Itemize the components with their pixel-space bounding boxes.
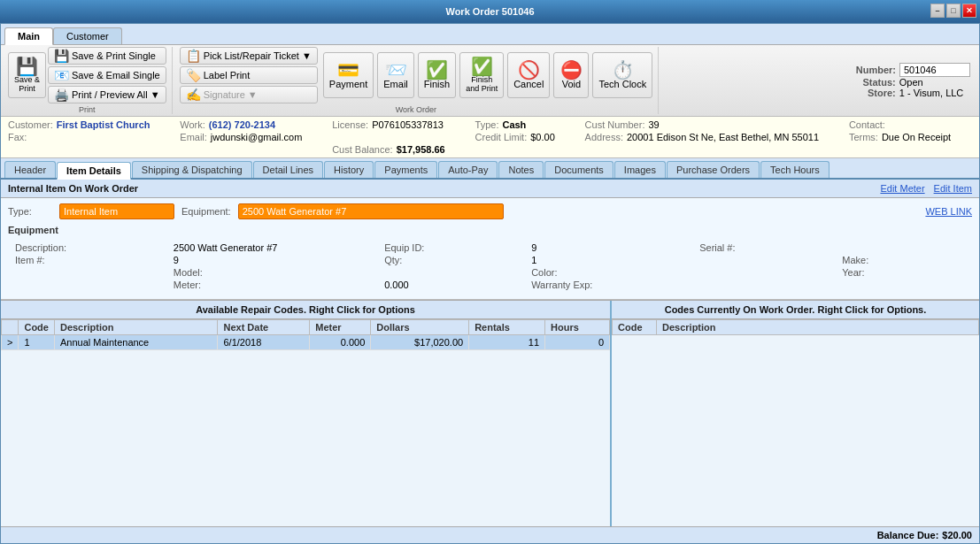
tab-auto-pay[interactable]: Auto-Pay (438, 161, 498, 178)
repair-area: Available Repair Codes. Right Click for … (1, 300, 979, 526)
model-value (384, 267, 521, 278)
customer-field: Customer: First Baptist Church (8, 119, 171, 130)
type-label: Type: (8, 206, 52, 217)
make-value (15, 267, 163, 278)
work-label: Work: (180, 119, 205, 130)
tab-history[interactable]: History (324, 161, 374, 178)
cust-number-field: Cust Number: 39 (585, 119, 840, 130)
tab-tech-hours[interactable]: Tech Hours (760, 161, 830, 178)
meter-cell: 0.000 (310, 335, 371, 350)
rentals-cell: 11 (469, 335, 545, 350)
email-value: jwdunski@gmail.com (211, 132, 302, 142)
tab-shipping[interactable]: Shipping & Dispatching (132, 161, 252, 178)
store-value: 1 - Visum, LLC (899, 88, 964, 98)
print-preview-button[interactable]: 🖨️ Print / Preview All ▼ (48, 86, 166, 103)
toolbar-group-workorder: 📋 Pick List/Repair Ticket ▼ 🏷️ Label Pri… (174, 47, 660, 114)
col-code-right: Code (613, 320, 657, 335)
col-description-right: Description (657, 320, 979, 335)
col-hours: Hours (545, 320, 610, 335)
tab-images[interactable]: Images (614, 161, 666, 178)
model-label: Model: (174, 267, 374, 278)
tab-payments[interactable]: Payments (374, 161, 437, 178)
signature-button[interactable]: ✍️ Signature ▼ (180, 86, 318, 103)
tab-documents[interactable]: Documents (544, 161, 613, 178)
make-label: Make: (842, 255, 965, 265)
cust-balance-value: $17,958.66 (397, 144, 445, 155)
tab-customer[interactable]: Customer (53, 27, 122, 44)
cancel-button[interactable]: 🚫 Cancel (507, 52, 550, 98)
section-header: Internal Item On Work Order Edit Meter E… (1, 180, 979, 198)
workorder-group-label: Work Order (396, 105, 436, 114)
code-cell: 1 (19, 335, 55, 350)
tab-header[interactable]: Header (4, 161, 56, 178)
pick-list-icon: 📋 (186, 49, 201, 63)
save-print-button[interactable]: 💾 Save &Print (8, 52, 46, 98)
repair-right-table: Code Description (612, 319, 979, 526)
qty-label: Qty: (384, 255, 521, 265)
equipid-label: Equip ID: (384, 242, 521, 253)
email-icon: 📨 (385, 61, 407, 79)
email-button[interactable]: 📨 Email (377, 52, 414, 98)
save-print-icon: 💾 (16, 57, 38, 75)
col-rentals: Rentals (469, 320, 545, 335)
main-window: Main Customer 💾 Save &Print 💾 Save & Pri… (0, 23, 980, 544)
pick-list-button[interactable]: 📋 Pick List/Repair Ticket ▼ (180, 47, 318, 65)
maximize-button[interactable]: □ (946, 4, 961, 18)
dollars-cell: $17,020.00 (371, 335, 469, 350)
type-select[interactable]: Internal Item (59, 203, 174, 219)
terms-label: Terms: (849, 132, 878, 142)
save-print-single-button[interactable]: 💾 Save & Print Single (48, 47, 166, 65)
edit-item-link[interactable]: Edit Item (934, 183, 972, 194)
finish-print-button[interactable]: ✅ Finishand Print (459, 52, 504, 98)
web-link[interactable]: WEB LINK (925, 206, 972, 217)
void-button[interactable]: ⛔ Void (553, 52, 589, 98)
status-label: Status: (856, 77, 896, 88)
print-preview-icon: 🖨️ (54, 88, 69, 102)
year-value (15, 280, 163, 290)
address-field: Address: 20001 Edison St Ne, East Bethel… (585, 132, 840, 142)
item-form: Type: Internal Item Equipment: 2500 Watt… (1, 198, 979, 300)
close-button[interactable]: ✕ (962, 4, 976, 18)
equipment-label: Equipment: (181, 206, 231, 217)
color-label: Color: (531, 267, 689, 278)
col-dollars: Dollars (371, 320, 469, 335)
save-email-single-icon: 📧 (54, 68, 69, 82)
equipment-select[interactable]: 2500 Watt Generator #7 (238, 203, 504, 219)
number-row: Number: 501046 (856, 63, 970, 77)
nextdate-cell: 6/1/2018 (218, 335, 310, 350)
item-value: 9 (174, 255, 374, 265)
cust-number-value: 39 (648, 119, 659, 130)
main-tab-bar: Main Customer (1, 24, 979, 45)
col-description: Description (54, 320, 218, 335)
tab-purchase-orders[interactable]: Purchase Orders (667, 161, 760, 178)
tech-clock-button[interactable]: ⏱️ Tech Clock (592, 52, 652, 98)
save-email-single-button[interactable]: 📧 Save & Email Single (48, 66, 166, 84)
customer-value: First Baptist Church (57, 119, 150, 130)
tab-item-details[interactable]: Item Details (57, 162, 131, 180)
serial-label: Serial #: (699, 242, 831, 253)
email-field: Email: jwdunski@gmail.com (180, 132, 323, 142)
payment-button[interactable]: 💳 Payment (323, 52, 374, 98)
equipid-value: 9 (531, 242, 689, 253)
tab-notes[interactable]: Notes (498, 161, 544, 178)
minimize-button[interactable]: – (930, 4, 945, 18)
edit-meter-link[interactable]: Edit Meter (880, 183, 924, 194)
fax-label: Fax: (8, 132, 27, 142)
col-meter: Meter (310, 320, 371, 335)
serial-value (842, 242, 965, 253)
tab-main[interactable]: Main (4, 27, 53, 45)
col-marker (2, 320, 19, 335)
cust-number-label: Cust Number: (585, 119, 645, 130)
equipment-section-label: Equipment (8, 223, 972, 239)
tab-detail-lines[interactable]: Detail Lines (253, 161, 323, 178)
label-print-button[interactable]: 🏷️ Label Print (180, 66, 318, 84)
repair-left-panel: Available Repair Codes. Right Click for … (1, 301, 612, 526)
finish-icon: ✅ (426, 61, 448, 79)
repair-left-header: Available Repair Codes. Right Click for … (1, 301, 610, 319)
finish-button[interactable]: ✅ Finish (418, 52, 456, 98)
description-label: Description: (15, 242, 163, 253)
save-buttons-row: 💾 Save &Print 💾 Save & Print Single 📧 Sa… (8, 47, 166, 103)
repair-code-row[interactable]: > 1 Annual Maintenance 6/1/2018 0.000 $1… (2, 335, 610, 350)
credit-limit-field: Credit Limit: $0.00 (475, 132, 576, 142)
content-area: Internal Item On Work Order Edit Meter E… (1, 180, 979, 526)
